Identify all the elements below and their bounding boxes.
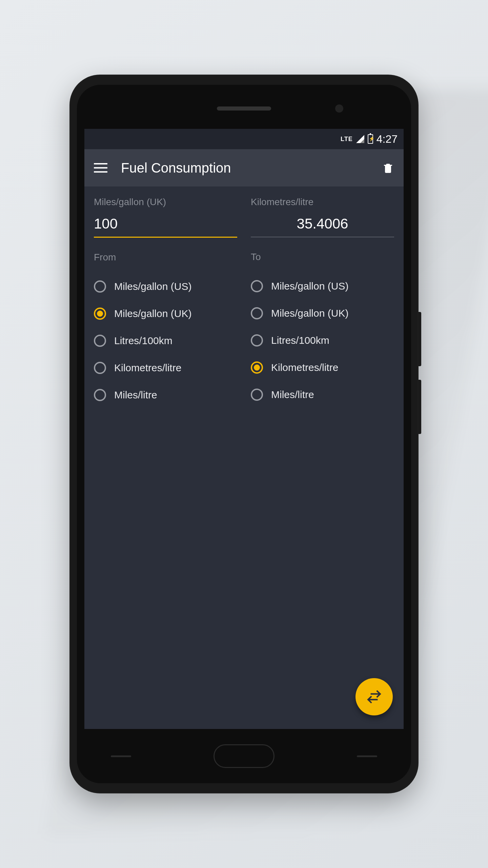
- radio-icon: [251, 389, 263, 401]
- radio-label: Miles/litre: [271, 389, 314, 400]
- page-title: Fuel Consumption: [121, 160, 368, 176]
- from-value-input[interactable]: [94, 214, 237, 238]
- radio-icon: [94, 335, 106, 347]
- to-option-1[interactable]: Miles/gallon (UK): [251, 300, 394, 327]
- radio-label: Miles/gallon (US): [271, 280, 348, 292]
- radio-icon: [94, 308, 106, 320]
- radio-label: Litres/100km: [271, 335, 329, 346]
- app-screen: LTE 4:27 Fuel Consumption Miles/gallon (…: [84, 129, 404, 729]
- app-bar: Fuel Consumption: [84, 149, 404, 186]
- to-option-0[interactable]: Miles/gallon (US): [251, 273, 394, 300]
- radio-label: Miles/gallon (UK): [114, 308, 191, 319]
- radio-icon: [251, 307, 263, 319]
- network-indicator: LTE: [341, 136, 353, 143]
- to-value-display: 35.4006: [251, 214, 394, 237]
- signal-icon: [356, 135, 364, 143]
- radio-label: Kilometres/litre: [114, 362, 181, 374]
- battery-icon: [368, 134, 373, 144]
- from-option-2[interactable]: Litres/100km: [94, 327, 237, 354]
- radio-icon: [251, 361, 263, 374]
- nav-back[interactable]: [111, 755, 131, 757]
- from-option-1[interactable]: Miles/gallon (UK): [94, 300, 237, 327]
- swap-button[interactable]: [355, 678, 393, 715]
- phone-camera: [335, 104, 343, 113]
- to-section-label: To: [251, 252, 394, 262]
- nav-recent[interactable]: [357, 755, 377, 757]
- radio-icon: [251, 334, 263, 347]
- content-area: Miles/gallon (UK) From Miles/gallon (US)…: [84, 186, 404, 729]
- delete-button[interactable]: [382, 160, 394, 175]
- to-column: Kilometres/litre 35.4006 To Miles/gallon…: [251, 197, 394, 409]
- phone-speaker: [217, 106, 271, 111]
- nav-home[interactable]: [214, 744, 274, 768]
- to-option-2[interactable]: Litres/100km: [251, 327, 394, 354]
- to-unit-label: Kilometres/litre: [251, 197, 394, 208]
- radio-label: Kilometres/litre: [271, 362, 338, 373]
- radio-label: Miles/gallon (US): [114, 281, 191, 292]
- phone-frame: LTE 4:27 Fuel Consumption Miles/gallon (…: [69, 75, 419, 793]
- status-bar: LTE 4:27: [84, 129, 404, 149]
- to-option-4[interactable]: Miles/litre: [251, 381, 394, 408]
- volume-up-button[interactable]: [419, 312, 421, 366]
- from-section-label: From: [94, 252, 237, 263]
- radio-label: Litres/100km: [114, 335, 172, 347]
- radio-icon: [94, 280, 106, 293]
- clock: 4:27: [377, 133, 398, 145]
- from-option-0[interactable]: Miles/gallon (US): [94, 273, 237, 300]
- volume-down-button[interactable]: [419, 380, 421, 434]
- to-option-3[interactable]: Kilometres/litre: [251, 354, 394, 381]
- from-column: Miles/gallon (UK) From Miles/gallon (US)…: [94, 197, 237, 409]
- phone-nav-bar: [77, 729, 411, 783]
- menu-icon[interactable]: [94, 163, 107, 173]
- radio-icon: [94, 362, 106, 374]
- radio-icon: [251, 280, 263, 292]
- radio-icon: [94, 389, 106, 401]
- radio-label: Miles/gallon (UK): [271, 308, 348, 319]
- from-option-3[interactable]: Kilometres/litre: [94, 354, 237, 381]
- from-unit-label: Miles/gallon (UK): [94, 197, 237, 208]
- from-option-4[interactable]: Miles/litre: [94, 381, 237, 409]
- radio-label: Miles/litre: [114, 389, 157, 401]
